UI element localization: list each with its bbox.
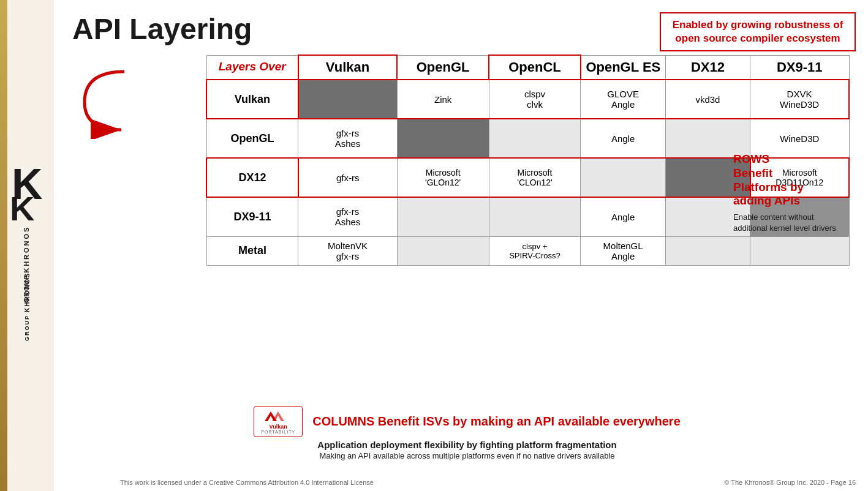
sidebar-stripe (0, 0, 7, 491)
cell-metal-opencl: clspv +SPIRV-Cross? (489, 236, 581, 265)
cell-dx911-opencl (489, 197, 581, 236)
header-col-vulkan: Vulkan (298, 55, 397, 80)
cell-vulkan-opengles: GLOVEAngle (581, 80, 665, 119)
khronos-vertical-text: KHRONOS (23, 226, 30, 273)
columns-title: COLUMNS Benefit ISVs by making an API av… (312, 414, 681, 429)
callout-text: Enabled by growing robustness of open so… (670, 18, 846, 45)
group-vertical-text: GROUP (23, 274, 30, 303)
cell-vulkan-opencl: clspvclvk (489, 80, 581, 119)
khronos-logo: K KHRONOS GROUP (9, 189, 44, 303)
rows-benefit-desc: Enable content without additional kernel… (733, 212, 843, 234)
header-col-opencl: OpenCL (489, 55, 581, 80)
portability-text: PORTABILITY (261, 430, 295, 434)
cell-metal-dx12 (665, 236, 750, 265)
cell-opengl-opengles: Angle (581, 119, 665, 158)
cell-opengl-opencl (489, 119, 581, 158)
header-col-opengl: OpenGL (397, 55, 489, 80)
svg-text:K: K (10, 189, 34, 222)
footer-right: © The Khronos® Group Inc. 2020 - Page 16 (724, 479, 856, 486)
main-content: API Layering Enabled by growing robustne… (54, 0, 868, 491)
row-label-vulkan: Vulkan (206, 80, 298, 119)
columns-desc1: Application deployment flexibility by fi… (317, 440, 616, 450)
cell-metal-opengles: MoltenGLAngle (581, 236, 665, 265)
header-col-dx12: DX12 (665, 55, 750, 80)
vulkan-logo-icon (262, 409, 295, 424)
row-metal: Metal MoltenVKgfx-rs clspv +SPIRV-Cross?… (206, 236, 849, 265)
row-label-dx911: DX9-11 (206, 197, 298, 236)
k-letter-icon: K (9, 189, 44, 222)
row-label-opengl: OpenGL (206, 119, 298, 158)
cell-opengl-vulkan: gfx-rsAshes (298, 119, 397, 158)
columns-desc2: Making an API available across multiple … (320, 451, 615, 460)
cell-vulkan-dx12: vkd3d (665, 80, 750, 119)
table-wrapper: Layers Over Vulkan OpenGL OpenCL OpenGL (72, 54, 850, 266)
cell-opengl-opengl (397, 119, 489, 158)
row-vulkan: Vulkan Zink clspvclvk GLOVEAngle vkd3d D… (206, 80, 849, 119)
vulkan-text: Vulkan (270, 424, 287, 430)
footer-left: This work is licensed under a Creative C… (120, 479, 374, 486)
cell-dx911-vulkan: gfx-rsAshes (298, 197, 397, 236)
header-col-opengles: OpenGL ES (581, 55, 665, 80)
header-col-dx911: DX9-11 (750, 55, 849, 80)
vulkan-portability-logo: Vulkan PORTABILITY (254, 406, 303, 437)
cell-dx911-opengles: Angle (581, 197, 665, 236)
bottom-section: Vulkan PORTABILITY COLUMNS Benefit ISVs … (72, 406, 862, 460)
bottom-row: Vulkan PORTABILITY COLUMNS Benefit ISVs … (254, 406, 681, 437)
cell-vulkan-opengl: Zink (397, 80, 489, 119)
khronos-group-sub: GROUP (24, 315, 30, 341)
cell-vulkan-vulkan (298, 80, 397, 119)
callout-box: Enabled by growing robustness of open so… (660, 12, 856, 51)
cell-vulkan-dx911: DXVKWineD3D (750, 80, 849, 119)
cell-metal-opengl (397, 236, 489, 265)
row-label-dx12: DX12 (206, 158, 298, 197)
header-row: Layers Over Vulkan OpenGL OpenCL OpenGL (206, 55, 849, 80)
cell-dx12-vulkan: gfx-rs (298, 158, 397, 197)
cell-dx12-opencl: Microsoft'CLOn12' (489, 158, 581, 197)
cell-metal-dx911 (750, 236, 849, 265)
row-label-metal: Metal (206, 236, 298, 265)
cell-dx12-opengl: Microsoft'GLOn12' (397, 158, 489, 197)
rows-benefit-title: ROWSBenefitPlatforms byadding APIs (733, 152, 843, 208)
footer: This work is licensed under a Creative C… (108, 479, 868, 486)
layers-over-arrow (72, 66, 143, 139)
header-corner: Layers Over (206, 55, 298, 80)
cell-dx911-opengl (397, 197, 489, 236)
cell-dx12-opengles (581, 158, 665, 197)
cell-metal-vulkan: MoltenVKgfx-rs (298, 236, 397, 265)
right-annotations: ROWSBenefitPlatforms byadding APIs Enabl… (733, 152, 843, 234)
